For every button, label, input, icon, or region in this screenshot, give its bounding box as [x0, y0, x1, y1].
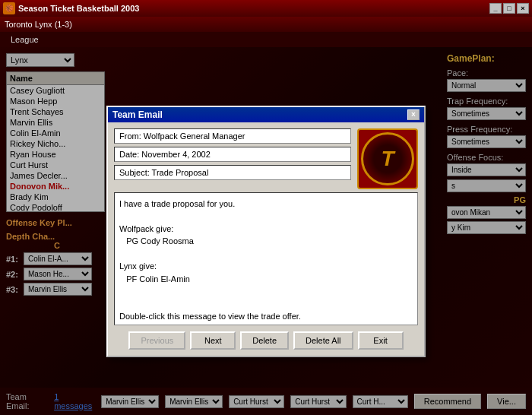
dialog-body: From: Wolfpack General Manager Date: Nov… — [108, 122, 424, 356]
dialog-title-bar: Team Email × — [108, 107, 424, 122]
dialog-close-button[interactable]: × — [407, 109, 420, 120]
team-logo: T — [357, 128, 418, 189]
email-header: From: Wolfpack General Manager Date: Nov… — [114, 128, 418, 189]
team-logo-inner: T — [361, 132, 414, 185]
svg-marker-9 — [361, 158, 373, 161]
window-controls: _ □ × — [489, 3, 529, 14]
minimize-button[interactable]: _ — [489, 3, 502, 14]
team-logo-letter: T — [381, 147, 394, 171]
email-dialog: Team Email × From: Wolfpack General Mana… — [106, 106, 426, 357]
svg-marker-6 — [387, 178, 390, 190]
app-icon: 🏀 — [3, 2, 15, 14]
delete-button[interactable]: Delete — [240, 331, 289, 350]
close-button[interactable]: × — [517, 3, 529, 14]
menu-item-league[interactable]: League — [5, 33, 45, 46]
delete-all-button[interactable]: Delete All — [293, 331, 353, 350]
email-date-field: Date: November 4, 2002 — [114, 147, 351, 162]
title-bar: 🏀 Season Ticket Basketball 2003 _ □ × — [0, 0, 532, 17]
svg-marker-0 — [390, 132, 394, 144]
main-content: Lynx Name Casey Gugliott Mason Hepp Tren… — [0, 47, 532, 415]
svg-marker-10 — [366, 144, 376, 154]
svg-marker-3 — [407, 163, 419, 166]
modal-overlay: Team Email × From: Wolfpack General Mana… — [0, 47, 532, 415]
menu-bar: League — [0, 32, 532, 47]
team-title: Toronto Lynx (1-3) — [5, 20, 72, 29]
email-fields: From: Wolfpack General Manager Date: Nov… — [114, 128, 351, 183]
svg-marker-4 — [404, 170, 414, 179]
exit-button[interactable]: Exit — [358, 331, 404, 350]
email-from-field: From: Wolfpack General Manager — [114, 128, 351, 144]
svg-marker-11 — [378, 135, 384, 147]
dialog-buttons: Previous Next Delete Delete All Exit — [114, 331, 418, 350]
app-title: Season Ticket Basketball 2003 — [18, 4, 139, 13]
email-subject-field: Subject: Trade Proposal — [114, 165, 351, 180]
sub-title-bar: Toronto Lynx (1-3) — [0, 17, 532, 32]
previous-button[interactable]: Previous — [128, 331, 185, 350]
svg-marker-2 — [405, 147, 417, 154]
svg-marker-7 — [372, 176, 381, 187]
email-body: I have a trade proposal for you. Wolfpac… — [114, 192, 418, 325]
svg-marker-8 — [363, 170, 375, 175]
maximize-button[interactable]: □ — [503, 3, 515, 14]
svg-marker-1 — [399, 135, 407, 146]
dialog-title: Team Email — [112, 109, 163, 120]
svg-marker-5 — [397, 176, 402, 188]
next-button[interactable]: Next — [190, 331, 236, 350]
